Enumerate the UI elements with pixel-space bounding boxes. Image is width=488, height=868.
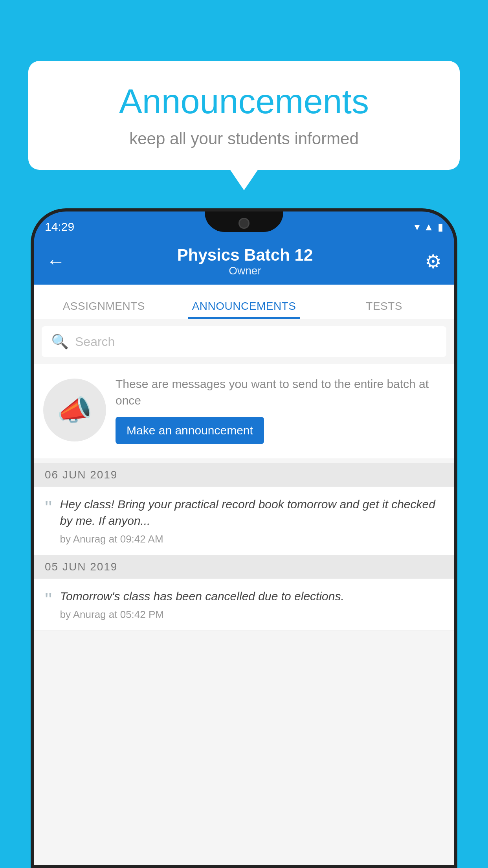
announcement-body-2: Tomorrow's class has been cancelled due … [60, 588, 443, 621]
announcement-item-2[interactable]: " Tomorrow's class has been cancelled du… [34, 579, 454, 631]
quote-icon-1: " [45, 498, 52, 518]
screen-content: 🔍 Search 📣 These are messages you want t… [34, 319, 454, 865]
announcement-description: These are messages you want to send to t… [116, 376, 445, 409]
megaphone-circle: 📣 [43, 379, 106, 441]
volume-up-button [31, 322, 32, 349]
tabs-bar: ASSIGNMENTS ANNOUNCEMENTS TESTS [34, 285, 454, 319]
search-bar[interactable]: 🔍 Search [42, 326, 446, 357]
announcement-message-2: Tomorrow's class has been cancelled due … [60, 588, 443, 605]
back-icon[interactable]: ← [46, 252, 65, 271]
announcement-meta-2: by Anurag at 05:42 PM [60, 609, 443, 621]
batch-subtitle: Owner [177, 265, 313, 277]
announcement-message-1: Hey class! Bring your practical record b… [60, 496, 443, 529]
announcement-prompt: 📣 These are messages you want to send to… [34, 364, 454, 458]
volume-down-button [31, 357, 32, 384]
bubble-title: Announcements [52, 83, 436, 121]
date-separator-2: 05 JUN 2019 [34, 555, 454, 579]
batch-title: Physics Batch 12 [177, 246, 313, 265]
announcement-meta-1: by Anurag at 09:42 AM [60, 533, 443, 545]
phone-mockup: 14:29 ▾ ▲ ▮ ← Physics Batch 12 Owner ⚙ A… [31, 208, 457, 868]
speech-bubble: Announcements keep all your students inf… [28, 61, 460, 170]
status-icons: ▾ ▲ ▮ [415, 217, 443, 233]
battery-icon: ▮ [438, 221, 443, 233]
front-camera [238, 218, 250, 229]
search-placeholder: Search [75, 335, 115, 349]
power-button [456, 337, 457, 377]
tab-assignments[interactable]: ASSIGNMENTS [34, 300, 174, 319]
megaphone-icon: 📣 [57, 394, 92, 427]
signal-icon: ▲ [424, 221, 434, 233]
header-title-area: Physics Batch 12 Owner [177, 246, 313, 277]
bubble-subtitle: keep all your students informed [52, 129, 436, 148]
date-separator-1: 06 JUN 2019 [34, 463, 454, 487]
status-time: 14:29 [45, 216, 74, 234]
search-icon: 🔍 [51, 333, 69, 350]
settings-icon[interactable]: ⚙ [425, 250, 442, 272]
announcement-item-1[interactable]: " Hey class! Bring your practical record… [34, 487, 454, 555]
tab-announcements[interactable]: ANNOUNCEMENTS [174, 300, 314, 319]
app-header: ← Physics Batch 12 Owner ⚙ [34, 238, 454, 285]
tab-tests[interactable]: TESTS [314, 300, 454, 319]
phone-notch [205, 211, 283, 232]
wifi-icon: ▾ [415, 221, 420, 233]
announcement-text-area: These are messages you want to send to t… [116, 376, 445, 444]
announcement-body-1: Hey class! Bring your practical record b… [60, 496, 443, 545]
speech-bubble-container: Announcements keep all your students inf… [28, 61, 460, 170]
quote-icon-2: " [45, 590, 52, 610]
make-announcement-button[interactable]: Make an announcement [116, 417, 264, 444]
